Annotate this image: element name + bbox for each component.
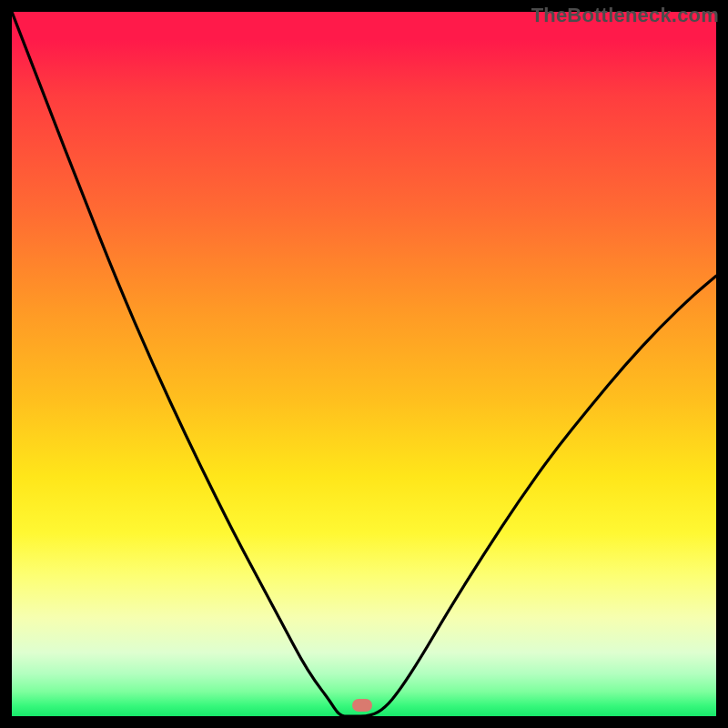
chart-frame: TheBottleneck.com <box>0 0 728 728</box>
plot-area <box>12 12 716 716</box>
optimal-marker <box>352 699 372 712</box>
watermark-text: TheBottleneck.com <box>531 4 719 27</box>
bottleneck-curve <box>12 12 716 716</box>
